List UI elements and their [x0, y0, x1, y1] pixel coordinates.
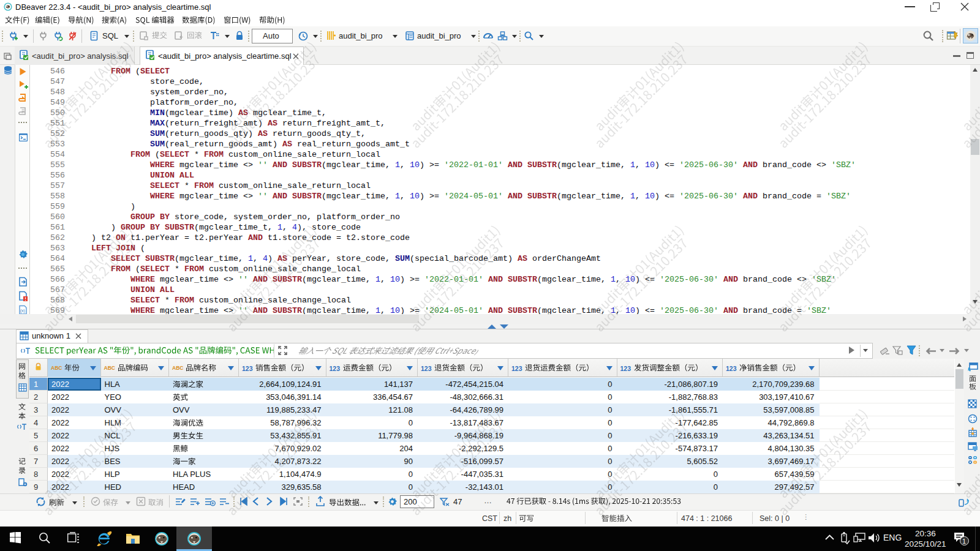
svg-text:(x): (x)	[20, 309, 25, 313]
